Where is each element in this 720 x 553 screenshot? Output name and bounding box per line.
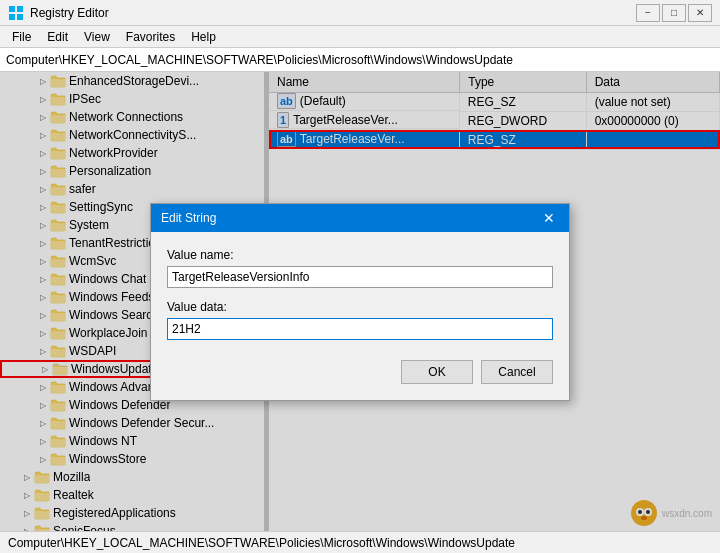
value-data-input[interactable] — [167, 318, 553, 340]
dialog-body: Value name: Value data: OK Cancel — [151, 232, 569, 400]
menu-edit[interactable]: Edit — [39, 28, 76, 46]
minimize-button[interactable]: − — [636, 4, 660, 22]
cancel-button[interactable]: Cancel — [481, 360, 553, 384]
edit-string-dialog: Edit String ✕ Value name: Value data: OK… — [150, 203, 570, 401]
dialog-title: Edit String — [161, 211, 216, 225]
value-data-label: Value data: — [167, 300, 553, 314]
app-icon — [8, 5, 24, 21]
title-bar: Registry Editor − □ ✕ — [0, 0, 720, 26]
address-bar: Computer\HKEY_LOCAL_MACHINE\SOFTWARE\Pol… — [0, 48, 720, 72]
status-text: Computer\HKEY_LOCAL_MACHINE\SOFTWARE\Pol… — [8, 536, 515, 550]
ok-button[interactable]: OK — [401, 360, 473, 384]
menu-favorites[interactable]: Favorites — [118, 28, 183, 46]
window-controls: − □ ✕ — [636, 4, 712, 22]
window-title: Registry Editor — [30, 6, 109, 20]
svg-rect-2 — [9, 14, 15, 20]
dialog-buttons: OK Cancel — [167, 360, 553, 384]
menu-file[interactable]: File — [4, 28, 39, 46]
close-button[interactable]: ✕ — [688, 4, 712, 22]
svg-rect-3 — [17, 14, 23, 20]
svg-rect-0 — [9, 6, 15, 12]
value-name-label: Value name: — [167, 248, 553, 262]
address-path: Computer\HKEY_LOCAL_MACHINE\SOFTWARE\Pol… — [6, 53, 513, 67]
menu-bar: File Edit View Favorites Help — [0, 26, 720, 48]
dialog-close-button[interactable]: ✕ — [539, 208, 559, 228]
svg-rect-1 — [17, 6, 23, 12]
status-bar: Computer\HKEY_LOCAL_MACHINE\SOFTWARE\Pol… — [0, 531, 720, 553]
value-name-input[interactable] — [167, 266, 553, 288]
menu-view[interactable]: View — [76, 28, 118, 46]
main-content: ▷EnhancedStorageDevi...▷IPSec▷Network Co… — [0, 72, 720, 531]
menu-help[interactable]: Help — [183, 28, 224, 46]
maximize-button[interactable]: □ — [662, 4, 686, 22]
dialog-title-bar: Edit String ✕ — [151, 204, 569, 232]
modal-overlay: Edit String ✕ Value name: Value data: OK… — [0, 72, 720, 531]
